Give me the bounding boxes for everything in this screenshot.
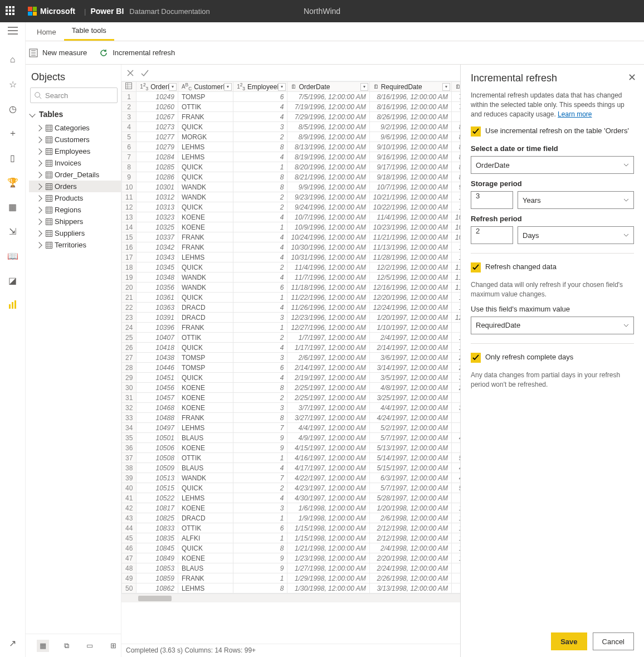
table-row[interactable]: 4310825DRACD11/9/1998, 12:00:00 AM2/6/19… bbox=[122, 513, 461, 523]
table-row[interactable]: 3810509BLAUS44/17/1997, 12:00:00 AM5/15/… bbox=[122, 463, 461, 473]
sidebar-item-customers[interactable]: Customers bbox=[29, 134, 121, 145]
nav-home-icon[interactable]: ⌂ bbox=[7, 53, 19, 66]
column-header-requireddate[interactable]: 🗓RequiredDate▾ bbox=[369, 82, 451, 92]
column-header-shi[interactable]: 🗓Shi▾ bbox=[452, 82, 460, 92]
table-row[interactable]: 3610506KOENE94/15/1997, 12:00:00 AM5/13/… bbox=[122, 443, 461, 453]
product-name[interactable]: Power BI bbox=[90, 7, 124, 16]
storage-unit-select[interactable]: Years bbox=[518, 191, 634, 209]
table-row[interactable]: 710284LEHMS48/19/1996, 12:00:00 AM9/16/1… bbox=[122, 152, 461, 162]
table-row[interactable]: 2910451QUICK42/19/1997, 12:00:00 AM3/5/1… bbox=[122, 373, 461, 383]
table-row[interactable]: 4710849KOENE91/23/1998, 12:00:00 AM2/20/… bbox=[122, 553, 461, 563]
table-row[interactable]: 1010301WANDK89/9/1996, 12:00:00 AM10/7/1… bbox=[122, 182, 461, 192]
refresh-number-input[interactable]: 2 bbox=[471, 226, 513, 244]
table-row[interactable]: 3710508OTTIK14/16/1997, 12:00:00 AM5/14/… bbox=[122, 453, 461, 463]
table-row[interactable]: 3310488FRANK83/27/1997, 12:00:00 AM4/24/… bbox=[122, 413, 461, 423]
column-filter-icon[interactable]: ▾ bbox=[169, 83, 177, 91]
nav-data-icon[interactable]: ▯ bbox=[7, 152, 19, 164]
table-row[interactable]: 2210363DRACD411/26/1996, 12:00:00 AM12/2… bbox=[122, 303, 461, 313]
nav-create-icon[interactable]: ＋ bbox=[7, 127, 19, 139]
table-row[interactable]: 1110312WANDK29/23/1996, 12:00:00 AM10/21… bbox=[122, 192, 461, 202]
column-filter-icon[interactable]: ▾ bbox=[278, 83, 286, 91]
tables-folder[interactable]: Tables bbox=[30, 110, 121, 119]
table-row[interactable]: 4910859FRANK11/29/1998, 12:00:00 AM2/26/… bbox=[122, 573, 461, 583]
table-row[interactable]: 3510501BLAUS94/9/1997, 12:00:00 AM5/7/19… bbox=[122, 433, 461, 443]
sidebar-item-suppliers[interactable]: Suppliers bbox=[29, 227, 121, 239]
sidebar-item-regions[interactable]: Regions bbox=[29, 204, 121, 216]
table-row[interactable]: 1310323KOENE410/7/1996, 12:00:00 AM11/4/… bbox=[122, 212, 461, 222]
table-row[interactable]: 210260OTTIK47/19/1996, 12:00:00 AM8/16/1… bbox=[122, 102, 461, 112]
refresh-changed-checkbox[interactable] bbox=[471, 262, 481, 272]
table-row[interactable]: 4810853BLAUS91/27/1998, 12:00:00 AM2/24/… bbox=[122, 563, 461, 573]
sidebar-item-shippers[interactable]: Shippers bbox=[29, 216, 121, 227]
table-row[interactable]: 2510407OTTIK21/7/1997, 12:00:00 AM2/4/19… bbox=[122, 333, 461, 343]
table-row[interactable]: 610279LEHMS88/13/1996, 12:00:00 AM9/10/1… bbox=[122, 142, 461, 152]
table-row[interactable]: 3110457KOENE22/25/1997, 12:00:00 AM3/25/… bbox=[122, 393, 461, 403]
table-row[interactable]: 810285QUICK18/20/1996, 12:00:00 AM9/17/1… bbox=[122, 162, 461, 172]
breadcrumb[interactable]: Datamart Documentation bbox=[129, 7, 210, 16]
horizontal-scrollbar[interactable] bbox=[121, 593, 460, 602]
sidebar-item-territories[interactable]: Territories bbox=[29, 239, 121, 251]
table-row[interactable]: 1210313QUICK29/24/1996, 12:00:00 AM10/22… bbox=[122, 202, 461, 212]
table-row[interactable]: 4510835ALFKI11/15/1998, 12:00:00 AM2/12/… bbox=[122, 533, 461, 543]
table-row[interactable]: 2610418QUICK41/17/1997, 12:00:00 AM2/14/… bbox=[122, 343, 461, 353]
view-grid-icon[interactable]: ▦ bbox=[37, 640, 49, 652]
sidebar-item-orders[interactable]: Orders bbox=[29, 181, 121, 192]
table-row[interactable]: 4410833OTTIK61/15/1998, 12:00:00 AM2/12/… bbox=[122, 523, 461, 533]
table-row[interactable]: 410273QUICK38/5/1996, 12:00:00 AM9/2/199… bbox=[122, 122, 461, 132]
table-row[interactable]: 1510337FRANK410/24/1996, 12:00:00 AM11/2… bbox=[122, 232, 461, 242]
table-row[interactable]: 2310391DRACD312/23/1996, 12:00:00 AM1/20… bbox=[122, 313, 461, 323]
table-row[interactable]: 2710438TOMSP32/6/1997, 12:00:00 AM3/6/19… bbox=[122, 353, 461, 363]
storage-number-input[interactable]: 3 bbox=[471, 191, 513, 209]
search-input[interactable]: Search bbox=[30, 87, 118, 103]
tab-table-tools[interactable]: Table tools bbox=[64, 22, 114, 41]
sidebar-item-invoices[interactable]: Invoices bbox=[29, 157, 121, 169]
table-row[interactable]: 110249TOMSP67/5/1996, 12:00:00 AM8/16/19… bbox=[122, 92, 461, 102]
column-header-orderdate[interactable]: 🗓OrderDate▾ bbox=[287, 82, 369, 92]
learn-more-link[interactable]: Learn more bbox=[558, 110, 592, 118]
table-row[interactable]: 1910348WANDK411/7/1996, 12:00:00 AM12/5/… bbox=[122, 272, 461, 283]
column-filter-icon[interactable]: ▾ bbox=[224, 83, 232, 91]
view-model-icon[interactable]: ⧉ bbox=[60, 640, 72, 652]
nav-expand-icon[interactable]: ↗ bbox=[7, 637, 19, 649]
sidebar-item-employees[interactable]: Employees bbox=[29, 145, 121, 157]
cancel-formula-icon[interactable] bbox=[126, 69, 135, 77]
nav-favorites-icon[interactable]: ☆ bbox=[7, 78, 19, 90]
refresh-unit-select[interactable]: Days bbox=[518, 226, 634, 244]
table-row[interactable]: 1810345QUICK211/4/1996, 12:00:00 AM12/2/… bbox=[122, 262, 461, 272]
nav-goals-icon[interactable]: 🏆 bbox=[7, 176, 19, 188]
table-row[interactable]: 2110361QUICK111/22/1996, 12:00:00 AM12/2… bbox=[122, 293, 461, 303]
column-filter-icon[interactable]: ▾ bbox=[442, 83, 450, 91]
cancel-button[interactable]: Cancel bbox=[593, 632, 634, 650]
nav-learn-icon[interactable]: 📖 bbox=[7, 250, 19, 262]
table-row[interactable]: 1410325KOENE110/9/1996, 12:00:00 AM10/23… bbox=[122, 222, 461, 232]
new-measure-button[interactable]: New measure bbox=[29, 48, 87, 57]
data-grid[interactable]: 123OrderID▾ABCCustomerID▾123EmployeeID▾🗓… bbox=[121, 81, 460, 593]
table-row[interactable]: 5010862LEHMS81/30/1998, 12:00:00 AM3/13/… bbox=[122, 583, 461, 593]
nav-workspace-icon[interactable]: ◪ bbox=[7, 274, 19, 286]
table-row[interactable]: 4210817KOENE31/6/1998, 12:00:00 AM1/20/1… bbox=[122, 503, 461, 513]
nav-deploy-icon[interactable]: ⇲ bbox=[7, 225, 19, 237]
table-row[interactable]: 910286QUICK88/21/1996, 12:00:00 AM9/18/1… bbox=[122, 172, 461, 182]
table-row[interactable]: 2010356WANDK611/18/1996, 12:00:00 AM12/1… bbox=[122, 283, 461, 293]
view-lineage-icon[interactable]: ▭ bbox=[84, 640, 96, 652]
commit-formula-icon[interactable] bbox=[140, 69, 149, 77]
view-query-icon[interactable]: ⊞ bbox=[107, 640, 119, 652]
column-header-employeeid[interactable]: 123EmployeeID▾ bbox=[233, 82, 287, 92]
table-row[interactable]: 1710343LEHMS410/31/1996, 12:00:00 AM11/2… bbox=[122, 252, 461, 262]
table-row[interactable]: 3010456KOENE82/25/1997, 12:00:00 AM4/8/1… bbox=[122, 383, 461, 393]
column-header-orderid[interactable]: 123OrderID▾ bbox=[136, 82, 178, 92]
save-button[interactable]: Save bbox=[551, 632, 587, 650]
date-field-select[interactable]: OrderDate bbox=[471, 156, 634, 174]
table-row[interactable]: 3210468KOENE33/7/1997, 12:00:00 AM4/4/19… bbox=[122, 403, 461, 413]
sidebar-item-order_details[interactable]: Order_Details bbox=[29, 169, 121, 181]
use-incremental-checkbox[interactable] bbox=[471, 126, 481, 137]
app-launcher-icon[interactable] bbox=[6, 6, 16, 16]
nav-datamart-icon[interactable] bbox=[7, 299, 19, 311]
table-row[interactable]: 1610342FRANK410/30/1996, 12:00:00 AM11/1… bbox=[122, 242, 461, 252]
incremental-refresh-button[interactable]: Incremental refresh bbox=[99, 48, 175, 57]
table-row[interactable]: 510277MORGK28/9/1996, 12:00:00 AM9/6/199… bbox=[122, 132, 461, 142]
nav-apps-icon[interactable]: ▦ bbox=[7, 201, 19, 213]
sidebar-item-products[interactable]: Products bbox=[29, 192, 121, 204]
max-value-select[interactable]: RequiredDate bbox=[471, 317, 634, 334]
table-row[interactable]: 2410396FRANK112/27/1996, 12:00:00 AM1/10… bbox=[122, 323, 461, 333]
